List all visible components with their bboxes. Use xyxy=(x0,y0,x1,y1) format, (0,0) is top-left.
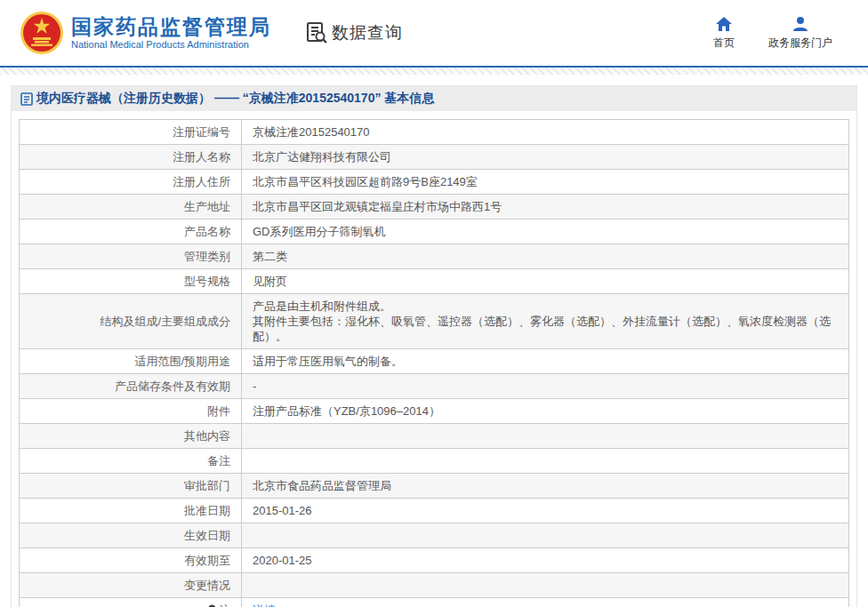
row-value: 第二类 xyxy=(242,244,849,269)
table-row: 产品储存条件及有效期- xyxy=(20,374,849,399)
table-row: 备注 xyxy=(20,449,849,474)
row-value: 2020-01-25 xyxy=(242,548,849,573)
row-value: 注册产品标准（YZB/京1096–2014） xyxy=(242,399,849,424)
nav-item-label: 政务服务门户 xyxy=(768,36,832,51)
content-panel: 境内医疗器械（注册历史数据） —— “京械注准20152540170” 基本信息… xyxy=(11,85,857,607)
row-label: 生产地址 xyxy=(20,195,242,220)
row-value: 北京市昌平区科技园区超前路9号B座2149室 xyxy=(242,170,849,195)
table-row: 结构及组成/主要组成成分产品是由主机和附件组成。其附件主要包括：湿化杯、吸氧管、… xyxy=(20,294,849,349)
table-row: 注册人名称北京广达健翔科技有限公司 xyxy=(20,145,849,170)
nav-item-label: 首页 xyxy=(713,36,735,51)
table-row: 变更情况 xyxy=(20,573,849,598)
data-query-icon xyxy=(305,21,328,44)
hatch-band xyxy=(0,68,868,75)
data-query-entry[interactable]: 数据查询 xyxy=(305,21,403,44)
row-label: 变更情况 xyxy=(20,573,242,598)
row-value: 产品是由主机和附件组成。其附件主要包括：湿化杯、吸氧管、遥控器（选配）、雾化器（… xyxy=(242,294,849,349)
row-value: - xyxy=(242,374,849,399)
row-label: 审批部门 xyxy=(20,474,242,499)
table-row: 生产地址北京市昌平区回龙观镇定福皇庄村市场中路西1号 xyxy=(20,195,849,220)
details-link[interactable]: 详情 xyxy=(253,603,276,607)
row-value: 京械注准20152540170 xyxy=(242,120,849,145)
page-title: 境内医疗器械（注册历史数据） —— “京械注准20152540170” 基本信息 xyxy=(36,91,434,107)
table-row: 其他内容 xyxy=(20,424,849,449)
table-row: 附件注册产品标准（YZB/京1096–2014） xyxy=(20,399,849,424)
row-label: 结构及组成/主要组成成分 xyxy=(20,294,242,349)
row-label: 其他内容 xyxy=(20,424,242,449)
table-row: 注册证编号京械注准20152540170 xyxy=(20,120,849,145)
row-label: 适用范围/预期用途 xyxy=(20,349,242,374)
row-value: 见附页 xyxy=(242,269,849,294)
site-header: 国家药品监督管理局 National Medical Products Admi… xyxy=(0,0,868,66)
row-value: 适用于常压医用氧气的制备。 xyxy=(242,349,849,374)
row-label: 注 xyxy=(20,598,242,607)
info-table-body: 注册证编号京械注准20152540170注册人名称北京广达健翔科技有限公司注册人… xyxy=(20,120,849,607)
national-emblem-icon xyxy=(20,11,64,55)
row-value[interactable]: 详情 xyxy=(242,598,849,607)
row-label: 注册证编号 xyxy=(20,120,242,145)
org-name-zh: 国家药品监督管理局 xyxy=(71,15,271,38)
home-icon xyxy=(715,15,733,33)
table-row: 注册人住所北京市昌平区科技园区超前路9号B座2149室 xyxy=(20,170,849,195)
header-nav: 首页 政务服务门户 xyxy=(713,15,832,51)
row-label: 产品名称 xyxy=(20,220,242,244)
table-row: 型号规格见附页 xyxy=(20,269,849,294)
row-label: 型号规格 xyxy=(20,269,242,294)
row-value: 北京市食品药品监督管理局 xyxy=(242,474,849,499)
row-label: 管理类别 xyxy=(20,244,242,269)
row-value: 北京广达健翔科技有限公司 xyxy=(242,145,849,170)
row-value: 2015-01-26 xyxy=(242,499,849,523)
row-label: 备注 xyxy=(20,449,242,474)
nav-item-service-portal[interactable]: 政务服务门户 xyxy=(768,15,832,51)
row-value xyxy=(242,424,849,449)
user-icon xyxy=(792,15,809,33)
row-value xyxy=(242,573,849,598)
page-title-bar: 境内医疗器械（注册历史数据） —— “京械注准20152540170” 基本信息 xyxy=(12,86,856,111)
row-label: 批准日期 xyxy=(20,499,242,523)
table-row: 审批部门北京市食品药品监督管理局 xyxy=(20,474,849,499)
row-label: 有效期至 xyxy=(20,548,242,573)
site-logo[interactable]: 国家药品监督管理局 National Medical Products Admi… xyxy=(20,11,271,55)
row-label: 生效日期 xyxy=(20,523,242,548)
table-row: 注详情 xyxy=(20,598,849,607)
row-label: 产品储存条件及有效期 xyxy=(20,374,242,399)
table-row: 管理类别第二类 xyxy=(20,244,849,269)
data-query-label: 数据查询 xyxy=(332,21,403,44)
table-row: 批准日期2015-01-26 xyxy=(20,499,849,523)
row-value xyxy=(242,449,849,474)
table-row: 生效日期 xyxy=(20,523,849,548)
nav-item-home[interactable]: 首页 xyxy=(713,15,735,51)
row-value xyxy=(242,523,849,548)
info-table: 注册证编号京械注准20152540170注册人名称北京广达健翔科技有限公司注册人… xyxy=(19,119,849,607)
table-row: 产品名称GD系列医用分子筛制氧机 xyxy=(20,220,849,244)
table-row: 有效期至2020-01-25 xyxy=(20,548,849,573)
row-value: 北京市昌平区回龙观镇定福皇庄村市场中路西1号 xyxy=(242,195,849,220)
row-label: 注册人住所 xyxy=(20,170,242,195)
table-row: 适用范围/预期用途适用于常压医用氧气的制备。 xyxy=(20,349,849,374)
document-icon xyxy=(20,92,33,106)
row-label: 附件 xyxy=(20,399,242,424)
org-name-en: National Medical Products Administration xyxy=(71,38,271,51)
row-label: 注册人名称 xyxy=(20,145,242,170)
row-value: GD系列医用分子筛制氧机 xyxy=(242,220,849,244)
